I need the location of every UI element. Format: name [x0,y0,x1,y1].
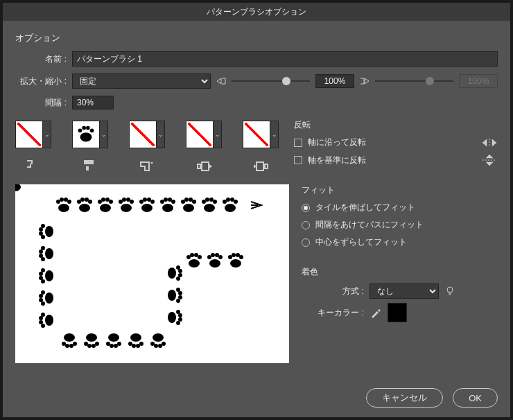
slider-track-right [375,80,453,82]
outer-corner-dropdown[interactable]: ⌄ [43,121,51,148]
side-tile-icon [82,158,98,175]
flip-along-label: 軸に沿って反転 [308,137,366,148]
end-tile-icon [252,158,269,175]
name-row: 名前 : [15,51,498,67]
flip-across-label: 軸を基準に反転 [308,155,366,166]
dialog-window: パターンブラシオプション オプション 名前 : 拡大・縮小 : 固定 100% … [3,3,510,417]
lightbulb-icon[interactable] [444,286,455,297]
eyedropper-icon[interactable] [369,306,382,319]
flip-along-icon [481,138,498,148]
options-header: オプション [15,32,498,44]
fit-panel: フィット タイルを伸ばしてフィット 間隔をあけてパスにフィット 中心をずらしてフ… [302,184,498,254]
flip-along-checkbox[interactable]: 軸に沿って反転 [294,137,498,148]
footer: キャンセル OK [366,388,498,408]
svg-point-3 [86,126,90,130]
colorize-title: 着色 [302,266,498,278]
svg-point-2 [82,126,86,130]
cancel-button[interactable]: キャンセル [366,388,443,408]
flip-title: 反転 [294,119,498,131]
outer-corner-icon [25,158,42,175]
inner-corner-dropdown[interactable]: ⌄ [157,121,165,148]
flip-panel: 反転 軸に沿って反転 軸を基準に反転 [294,116,498,172]
svg-point-1 [78,128,82,132]
scale-slider[interactable]: 100% 100% [216,74,498,88]
slider-right-arrow-icon [360,76,369,86]
name-label: 名前 : [15,53,72,65]
name-input[interactable] [72,51,498,67]
svg-point-4 [90,128,94,132]
flip-across-checkbox[interactable]: 軸を基準に反転 [294,154,498,166]
scale-percent[interactable]: 100% [315,74,354,88]
svg-point-0 [80,132,92,141]
fit-title: フィット [302,184,498,196]
start-tile-icon [195,158,212,175]
method-label: 方式 : [302,286,364,297]
tile-swatches: ⌄ ⌄ ⌄ ⌄ ⌄ [15,121,279,175]
ok-button[interactable]: OK [453,388,498,408]
side-tile[interactable] [72,121,100,148]
spacing-label: 間隔 : [15,97,72,109]
method-select[interactable]: なし [369,283,439,299]
fit-spacing-radio[interactable]: 間隔をあけてパスにフィット [302,219,498,231]
start-dropdown[interactable]: ⌄ [214,121,222,148]
scale-row: 拡大・縮小 : 固定 100% 100% [15,73,498,89]
fit-center-radio[interactable]: 中心をずらしてフィット [302,236,498,248]
svg-point-10 [447,287,453,292]
spacing-input[interactable]: 30% [72,96,114,110]
start-tile[interactable] [186,121,214,148]
brush-preview [15,184,289,363]
outer-corner-tile[interactable] [15,121,43,148]
inner-corner-icon [139,158,155,175]
titlebar: パターンブラシオプション [3,3,510,21]
slider-track-left [232,80,310,82]
spacing-row: 間隔 : 30% [15,96,498,110]
key-color-swatch[interactable] [388,303,407,322]
key-color-label: キーカラー : [302,307,364,319]
end-dropdown[interactable]: ⌄ [270,121,279,148]
end-tile[interactable] [243,121,270,148]
flip-across-icon [481,154,498,166]
scale-percent-second: 100% [459,74,498,88]
scale-mode-select[interactable]: 固定 [72,73,211,89]
slider-left-arrow-icon [216,76,226,86]
colorize-panel: 着色 方式 : なし キーカラー : [302,266,498,326]
scale-label: 拡大・縮小 : [15,76,72,87]
fit-stretch-radio[interactable]: タイルを伸ばしてフィット [302,202,498,213]
side-dropdown[interactable]: ⌄ [100,121,108,148]
svg-point-5 [15,184,21,191]
inner-corner-tile[interactable] [129,121,157,148]
window-title: パターンブラシオプション [207,6,306,18]
content: オプション 名前 : 拡大・縮小 : 固定 100% 100% 間隔 : 30% [3,21,510,417]
